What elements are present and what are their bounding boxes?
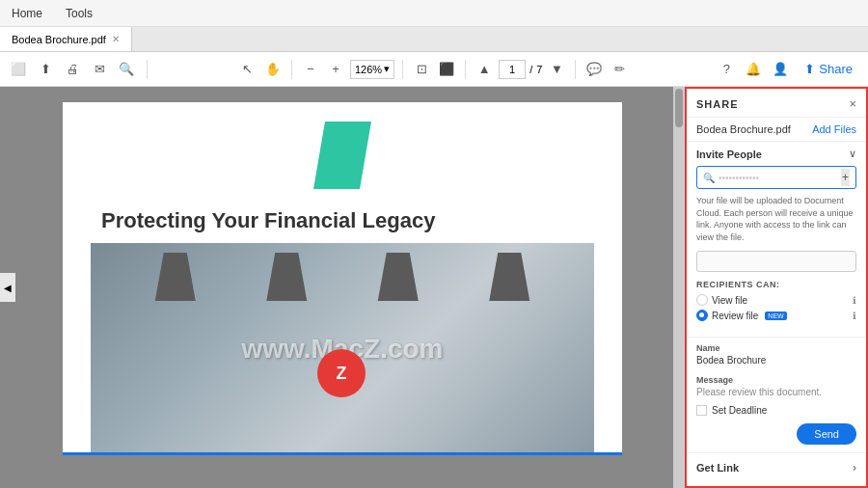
invite-label: Invite People bbox=[696, 149, 762, 160]
pdf-logo bbox=[63, 102, 622, 199]
tab-close-icon[interactable]: ✕ bbox=[112, 34, 120, 44]
invite-section: Invite People ∨ 🔍 + Your file will be up… bbox=[687, 142, 866, 331]
page-nav: ▲ / 7 ▼ bbox=[474, 59, 567, 80]
add-email-button[interactable]: + bbox=[841, 169, 850, 186]
crop-tool[interactable]: ⊡ bbox=[411, 59, 432, 80]
menu-tools[interactable]: Tools bbox=[62, 5, 96, 22]
page-total: 7 bbox=[536, 64, 542, 75]
new-badge: NEW bbox=[765, 312, 786, 320]
view-file-info-icon[interactable]: ℹ bbox=[853, 295, 856, 306]
sep3 bbox=[402, 60, 403, 79]
send-section: Send bbox=[687, 423, 866, 452]
recipients-can-label: RECIPIENTS CAN: bbox=[696, 280, 856, 289]
left-nav-arrow[interactable]: ◀ bbox=[0, 273, 15, 302]
select-tool[interactable]: ↖ bbox=[237, 59, 258, 80]
scroll-tool[interactable]: ⬛ bbox=[436, 59, 457, 80]
share-panel-header: SHARE × bbox=[687, 89, 866, 118]
user-avatar-icon[interactable]: 👤 bbox=[770, 59, 791, 80]
lamp-3 bbox=[369, 253, 427, 301]
email-input-box[interactable]: 🔍 + bbox=[696, 166, 856, 189]
page-bottom-line bbox=[63, 452, 622, 455]
email-button[interactable]: ✉ bbox=[89, 59, 110, 80]
search-icon: 🔍 bbox=[703, 173, 715, 183]
image-lamps bbox=[91, 253, 594, 301]
name-label: Name bbox=[696, 343, 856, 353]
pdf-title: Protecting Your Financial Legacy bbox=[63, 199, 622, 243]
main-layout: ◀ Protecting Your Financial Legacy www.M… bbox=[0, 87, 868, 488]
tab-label: Bodea Brochure.pdf bbox=[12, 34, 106, 45]
sep5 bbox=[575, 60, 576, 79]
get-link-label: Get Link bbox=[696, 462, 739, 474]
message-label: Message bbox=[696, 375, 856, 385]
tab-bar: Bodea Brochure.pdf ✕ bbox=[0, 27, 868, 52]
share-close-button[interactable]: × bbox=[849, 96, 856, 111]
get-link-section[interactable]: Get Link › bbox=[687, 452, 866, 482]
next-page-button[interactable]: ▼ bbox=[546, 59, 567, 80]
invite-row: Invite People ∨ bbox=[696, 148, 856, 160]
zoom-level-display[interactable]: 126% ▾ bbox=[350, 60, 394, 79]
zoom-out-button[interactable]: − bbox=[300, 59, 321, 80]
view-file-option[interactable]: View file ℹ bbox=[696, 294, 856, 306]
review-file-info-icon[interactable]: ℹ bbox=[853, 311, 856, 321]
deadline-section: Set Deadline bbox=[687, 401, 866, 423]
divider-1 bbox=[687, 337, 866, 338]
pdf-tab[interactable]: Bodea Brochure.pdf ✕ bbox=[0, 27, 132, 51]
logo-shape bbox=[313, 122, 371, 189]
review-file-radio-left: Review file NEW bbox=[696, 310, 787, 321]
toolbar: ⬜ ⬆ 🖨 ✉ 🔍 ↖ ✋ − + 126% ▾ ⊡ ⬛ ▲ / 7 ▼ 💬 ✏… bbox=[0, 52, 868, 87]
pdf-viewer[interactable]: ◀ Protecting Your Financial Legacy www.M… bbox=[0, 87, 685, 488]
zoom-value: 126% bbox=[355, 64, 382, 75]
share-filename: Bodea Brochure.pdf bbox=[696, 123, 791, 135]
comment-tool[interactable]: 💬 bbox=[583, 59, 605, 80]
pdf-scroll-thumb[interactable] bbox=[675, 89, 683, 127]
menu-home[interactable]: Home bbox=[8, 5, 46, 22]
view-file-radio-left: View file bbox=[696, 294, 747, 306]
help-icon[interactable]: ? bbox=[716, 59, 737, 80]
menu-bar: Home Tools bbox=[0, 0, 868, 27]
review-file-label: Review file bbox=[712, 311, 758, 321]
review-file-option[interactable]: Review file NEW ℹ bbox=[696, 310, 856, 321]
sep4 bbox=[465, 60, 466, 79]
pdf-page: Protecting Your Financial Legacy www.Mac… bbox=[63, 102, 622, 455]
get-link-arrow-icon: › bbox=[853, 461, 856, 474]
share-panel-title: SHARE bbox=[696, 98, 739, 110]
page-sep: / bbox=[529, 64, 532, 75]
name-section: Name Bodea Brochure bbox=[687, 343, 866, 375]
sep2 bbox=[291, 60, 292, 79]
email-input[interactable] bbox=[719, 173, 841, 183]
share-icon: ⬆ bbox=[804, 62, 815, 76]
pdf-main-image: www.MacZ.com Z bbox=[91, 243, 594, 455]
message-value: Please review this document. bbox=[696, 387, 856, 397]
red-circle-logo: Z bbox=[317, 349, 366, 397]
upload-button[interactable]: ⬆ bbox=[35, 59, 56, 80]
page-number-input[interactable] bbox=[499, 60, 526, 79]
recipient-input[interactable] bbox=[696, 251, 856, 272]
pdf-scrollbar[interactable] bbox=[673, 87, 685, 488]
toolbar-center: ↖ ✋ − + 126% ▾ ⊡ ⬛ ▲ / 7 ▼ 💬 ✏ bbox=[237, 59, 630, 80]
lamp-1 bbox=[147, 253, 204, 301]
share-file-row: Bodea Brochure.pdf Add Files bbox=[687, 118, 866, 142]
sep1 bbox=[147, 60, 148, 79]
draw-tool[interactable]: ✏ bbox=[609, 59, 630, 80]
create-button[interactable]: ⬜ bbox=[8, 59, 29, 80]
print-button[interactable]: 🖨 bbox=[62, 59, 83, 80]
zoom-dropdown-icon[interactable]: ▾ bbox=[384, 63, 390, 75]
add-files-button[interactable]: Add Files bbox=[812, 123, 856, 135]
view-file-label: View file bbox=[712, 295, 747, 306]
zoom-in-button[interactable]: + bbox=[325, 59, 346, 80]
deadline-label: Set Deadline bbox=[712, 405, 767, 416]
share-button[interactable]: ⬆ Share bbox=[797, 62, 860, 76]
notification-icon[interactable]: 🔔 bbox=[743, 59, 764, 80]
deadline-checkbox[interactable] bbox=[696, 405, 707, 416]
hand-tool[interactable]: ✋ bbox=[262, 59, 284, 80]
message-section: Message Please review this document. bbox=[687, 375, 866, 401]
search-button[interactable]: 🔍 bbox=[116, 59, 137, 80]
share-panel: SHARE × Bodea Brochure.pdf Add Files Inv… bbox=[685, 87, 868, 488]
lamp-2 bbox=[258, 253, 315, 301]
name-value: Bodea Brochure bbox=[696, 355, 856, 366]
send-button[interactable]: Send bbox=[797, 423, 856, 445]
invite-chevron-icon[interactable]: ∨ bbox=[849, 148, 856, 160]
prev-page-button[interactable]: ▲ bbox=[474, 59, 495, 80]
view-file-radio[interactable] bbox=[696, 294, 708, 306]
review-file-radio[interactable] bbox=[696, 310, 708, 321]
